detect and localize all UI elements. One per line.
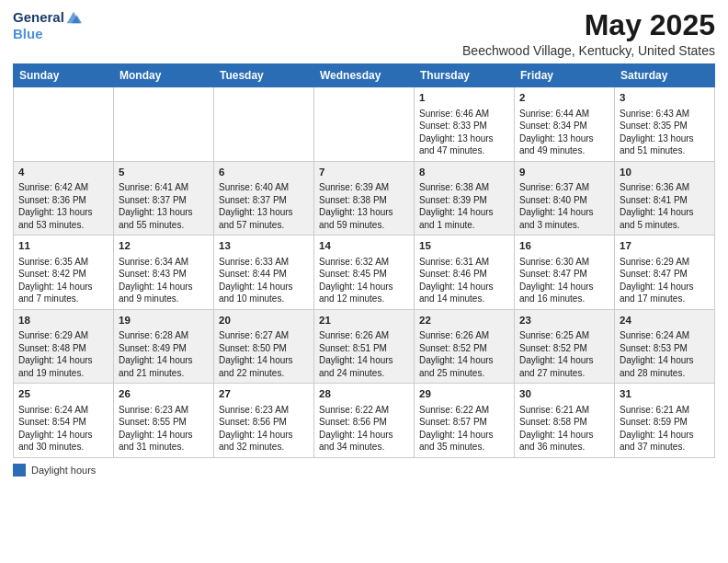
calendar-cell [14, 87, 114, 162]
day-info: Daylight: 14 hours and 22 minutes. [219, 354, 309, 379]
day-number: 22 [419, 314, 509, 328]
day-info: Sunrise: 6:36 AM [620, 181, 710, 194]
day-info: Daylight: 14 hours and 32 minutes. [219, 429, 309, 454]
col-thursday: Thursday [415, 64, 515, 87]
day-info: Sunset: 8:37 PM [119, 194, 209, 207]
calendar-cell: 7Sunrise: 6:39 AMSunset: 8:38 PMDaylight… [314, 161, 415, 236]
calendar-week-row: 25Sunrise: 6:24 AMSunset: 8:54 PMDayligh… [14, 384, 715, 458]
day-number: 9 [519, 166, 609, 180]
day-number: 2 [519, 91, 609, 106]
day-info: Daylight: 13 hours and 59 minutes. [319, 206, 409, 231]
calendar-cell: 13Sunrise: 6:33 AMSunset: 8:44 PMDayligh… [214, 236, 314, 310]
day-info: Sunrise: 6:46 AM [419, 108, 509, 121]
day-info: Sunset: 8:52 PM [419, 342, 509, 355]
day-info: Sunset: 8:45 PM [319, 268, 409, 281]
day-info: Sunset: 8:56 PM [319, 416, 409, 429]
logo-icon [65, 9, 82, 26]
day-number: 23 [519, 314, 609, 328]
day-info: Sunrise: 6:35 AM [18, 256, 108, 269]
day-info: Daylight: 14 hours and 19 minutes. [18, 354, 108, 379]
day-info: Sunset: 8:58 PM [519, 416, 609, 429]
calendar-cell: 31Sunrise: 6:21 AMSunset: 8:59 PMDayligh… [615, 384, 715, 458]
day-info: Daylight: 14 hours and 37 minutes. [620, 429, 710, 454]
calendar-cell: 2Sunrise: 6:44 AMSunset: 8:34 PMDaylight… [515, 87, 615, 162]
day-info: Daylight: 14 hours and 5 minutes. [620, 206, 710, 231]
day-number: 18 [18, 314, 108, 328]
day-info: Daylight: 13 hours and 53 minutes. [18, 206, 108, 231]
day-info: Daylight: 14 hours and 9 minutes. [119, 281, 209, 305]
calendar-cell: 12Sunrise: 6:34 AMSunset: 8:43 PMDayligh… [114, 236, 214, 310]
day-info: Daylight: 14 hours and 1 minute. [419, 206, 509, 231]
col-tuesday: Tuesday [214, 64, 314, 87]
day-info: Daylight: 14 hours and 36 minutes. [519, 429, 609, 454]
day-info: Sunrise: 6:39 AM [319, 181, 409, 194]
day-info: Sunset: 8:52 PM [519, 342, 609, 355]
calendar-cell: 27Sunrise: 6:23 AMSunset: 8:56 PMDayligh… [214, 384, 314, 458]
day-info: Sunrise: 6:40 AM [219, 181, 309, 194]
calendar-week-row: 1Sunrise: 6:46 AMSunset: 8:33 PMDaylight… [14, 87, 715, 162]
day-info: Sunrise: 6:38 AM [419, 181, 509, 194]
day-info: Sunset: 8:57 PM [419, 416, 509, 429]
logo-text-general: General [13, 10, 64, 26]
day-info: Daylight: 13 hours and 49 minutes. [519, 132, 609, 157]
day-number: 26 [119, 387, 209, 402]
calendar-cell: 17Sunrise: 6:29 AMSunset: 8:47 PMDayligh… [615, 236, 715, 310]
day-info: Daylight: 13 hours and 47 minutes. [419, 132, 509, 157]
day-number: 31 [620, 387, 710, 402]
legend-label: Daylight hours [31, 465, 96, 476]
calendar-cell: 10Sunrise: 6:36 AMSunset: 8:41 PMDayligh… [615, 161, 715, 236]
day-info: Sunrise: 6:24 AM [620, 329, 710, 342]
day-info: Sunset: 8:54 PM [18, 416, 108, 429]
calendar-cell: 18Sunrise: 6:29 AMSunset: 8:48 PMDayligh… [14, 309, 114, 384]
day-number: 21 [319, 314, 409, 328]
col-sunday: Sunday [14, 64, 114, 87]
day-info: Sunset: 8:38 PM [319, 194, 409, 207]
day-info: Sunset: 8:55 PM [119, 416, 209, 429]
calendar-cell: 15Sunrise: 6:31 AMSunset: 8:46 PMDayligh… [415, 236, 515, 310]
legend-color-box [13, 464, 26, 477]
calendar-cell: 21Sunrise: 6:26 AMSunset: 8:51 PMDayligh… [314, 309, 415, 384]
day-info: Sunrise: 6:31 AM [419, 256, 509, 269]
day-info: Sunset: 8:40 PM [519, 194, 609, 207]
day-info: Sunrise: 6:44 AM [519, 108, 609, 121]
logo: General Blue [13, 9, 82, 42]
day-number: 19 [119, 314, 209, 328]
day-info: Daylight: 14 hours and 27 minutes. [519, 354, 609, 379]
day-info: Sunrise: 6:26 AM [419, 329, 509, 342]
day-info: Sunrise: 6:26 AM [319, 329, 409, 342]
title-block: May 2025 Beechwood Village, Kentucky, Un… [462, 9, 715, 58]
day-info: Daylight: 13 hours and 55 minutes. [119, 206, 209, 231]
day-number: 25 [18, 387, 108, 402]
day-number: 15 [419, 239, 509, 254]
day-info: Daylight: 14 hours and 7 minutes. [18, 281, 108, 305]
day-number: 29 [419, 387, 509, 402]
day-number: 11 [18, 239, 108, 254]
day-info: Sunrise: 6:43 AM [620, 108, 710, 121]
day-number: 13 [219, 239, 309, 254]
calendar-cell [314, 87, 415, 162]
day-info: Sunrise: 6:22 AM [419, 404, 509, 417]
day-info: Sunset: 8:47 PM [519, 268, 609, 281]
day-info: Sunrise: 6:23 AM [119, 404, 209, 417]
day-info: Sunrise: 6:33 AM [219, 256, 309, 269]
calendar-cell: 4Sunrise: 6:42 AMSunset: 8:36 PMDaylight… [14, 161, 114, 236]
day-number: 20 [219, 314, 309, 328]
day-info: Sunrise: 6:27 AM [219, 329, 309, 342]
day-number: 16 [519, 239, 609, 254]
day-info: Sunrise: 6:21 AM [519, 404, 609, 417]
legend: Daylight hours [13, 464, 715, 477]
day-info: Sunset: 8:46 PM [419, 268, 509, 281]
day-info: Sunset: 8:43 PM [119, 268, 209, 281]
calendar-week-row: 18Sunrise: 6:29 AMSunset: 8:48 PMDayligh… [14, 309, 715, 384]
day-info: Daylight: 14 hours and 25 minutes. [419, 354, 509, 379]
day-number: 8 [419, 166, 509, 180]
day-info: Sunrise: 6:22 AM [319, 404, 409, 417]
calendar-week-row: 4Sunrise: 6:42 AMSunset: 8:36 PMDaylight… [14, 161, 715, 236]
calendar-cell: 28Sunrise: 6:22 AMSunset: 8:56 PMDayligh… [314, 384, 415, 458]
logo-text-blue: Blue [13, 26, 43, 41]
day-info: Daylight: 14 hours and 21 minutes. [119, 354, 209, 379]
day-info: Daylight: 14 hours and 30 minutes. [18, 429, 108, 454]
day-number: 24 [620, 314, 710, 328]
day-info: Daylight: 13 hours and 57 minutes. [219, 206, 309, 231]
calendar-cell: 16Sunrise: 6:30 AMSunset: 8:47 PMDayligh… [515, 236, 615, 310]
